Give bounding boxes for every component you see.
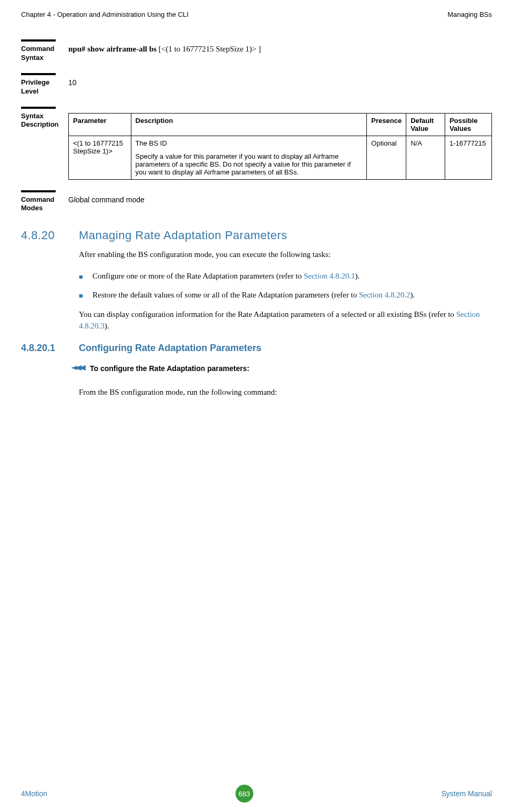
subsection-number: 4.8.20.1 xyxy=(21,343,79,354)
section-title: Managing Rate Adaptation Parameters xyxy=(79,229,288,242)
privilege-level-value: 10 xyxy=(63,78,492,96)
link-section-4-8-20-1[interactable]: Section 4.8.20.1 xyxy=(304,272,355,280)
bullet-text: Configure one or more of the Rate Adapta… xyxy=(93,270,492,282)
section-number: 4.8.20 xyxy=(21,229,79,242)
subsection-title: Configuring Rate Adaptation Parameters xyxy=(79,343,261,354)
desc-p1: The BS ID xyxy=(136,139,363,147)
link-section-4-8-20-2[interactable]: Section 4.8.20.2 xyxy=(359,291,411,299)
command-syntax-label: Command Syntax xyxy=(21,45,63,63)
divider xyxy=(21,39,56,42)
col-parameter: Parameter xyxy=(69,113,131,136)
run-command-text: From the BS configuration mode, run the … xyxy=(79,386,492,398)
cell-default: N/A xyxy=(406,136,445,179)
col-default: Default Value xyxy=(406,113,445,136)
cell-possible: 1-16777215 xyxy=(445,136,492,179)
command-syntax-rest: [<(1 to 16777215 StepSize 1)> ] xyxy=(157,45,261,53)
bullet-marker-icon: ■ xyxy=(79,289,93,301)
bullet2-post: ). xyxy=(410,291,415,299)
bullet1-post: ). xyxy=(355,272,360,280)
syntax-table: Parameter Description Presence Default V… xyxy=(68,113,492,180)
desc-p2: Specify a value for this parameter if yo… xyxy=(136,152,363,176)
command-modes-label: Command Modes xyxy=(21,196,63,213)
col-possible: Possible Values xyxy=(445,113,492,136)
para2-pre: You can display configuration informatio… xyxy=(79,310,456,318)
command-modes-value: Global command mode xyxy=(63,196,492,213)
divider xyxy=(21,190,56,192)
bullet2-pre: Restore the default values of some or al… xyxy=(93,291,359,299)
cell-description: The BS ID Specify a value for this param… xyxy=(131,136,367,179)
bullet1-pre: Configure one or more of the Rate Adapta… xyxy=(93,272,304,280)
cell-parameter: <(1 to 16777215 StepSize 1)> xyxy=(69,136,131,179)
arrow-label: To configure the Rate Adaptation paramet… xyxy=(90,364,249,373)
privilege-level-label: Privilege Level xyxy=(21,78,63,96)
syntax-description-label: Syntax Description xyxy=(21,112,63,180)
para2-post: ). xyxy=(105,322,109,330)
cell-presence: Optional xyxy=(367,136,406,179)
footer-left: 4Motion xyxy=(21,789,47,798)
command-syntax-value: npu# show airframe-all bs [<(1 to 167772… xyxy=(63,45,492,63)
footer-right: System Manual xyxy=(442,789,492,798)
col-description: Description xyxy=(131,113,367,136)
section-para2: You can display configuration informatio… xyxy=(79,309,492,332)
command-syntax-bold: npu# show airframe-all bs xyxy=(68,45,157,53)
col-presence: Presence xyxy=(367,113,406,136)
table-header-row: Parameter Description Presence Default V… xyxy=(69,113,492,136)
header-right: Managing BSs xyxy=(447,11,492,18)
divider xyxy=(21,73,56,75)
divider xyxy=(21,107,56,109)
section-intro: After enabling the BS configuration mode… xyxy=(79,249,492,261)
page-number-badge: 683 xyxy=(235,785,253,803)
table-row: <(1 to 16777215 StepSize 1)> The BS ID S… xyxy=(69,136,492,179)
header-left: Chapter 4 - Operation and Administration… xyxy=(21,11,189,18)
bullet-marker-icon: ■ xyxy=(79,270,93,282)
arrow-icon xyxy=(71,364,86,373)
bullet-text: Restore the default values of some or al… xyxy=(93,289,492,301)
